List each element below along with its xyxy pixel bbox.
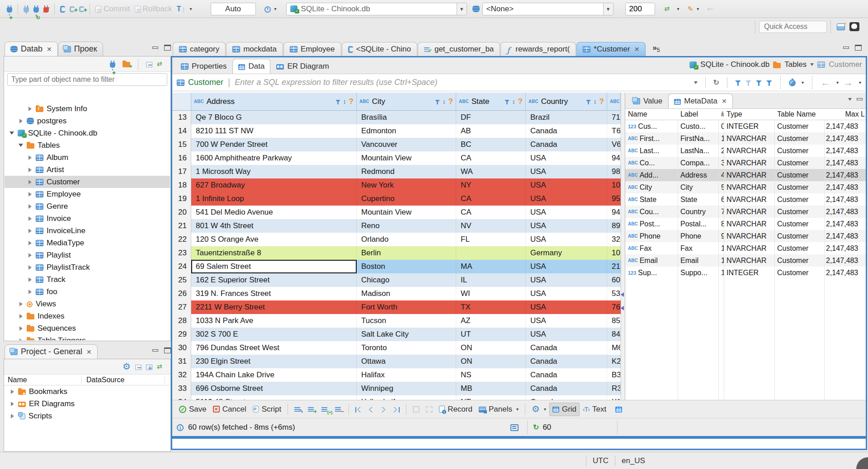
- close-icon[interactable]: ✕: [634, 46, 640, 53]
- chevron-down-icon[interactable]: [810, 63, 814, 66]
- grid-cell[interactable]: 1033 N Park Ave: [191, 314, 357, 328]
- row-number[interactable]: 16: [172, 151, 191, 165]
- maximize-icon[interactable]: [855, 45, 862, 51]
- last-row-button[interactable]: [390, 403, 403, 416]
- fetch-size-input[interactable]: [625, 3, 655, 15]
- grid-cell[interactable]: Yellowknife: [357, 395, 456, 400]
- grid-cell[interactable]: NT: [456, 395, 526, 400]
- grid-cell[interactable]: Tauentzienstraße 8: [191, 246, 357, 260]
- grid-cell[interactable]: Canada: [526, 355, 607, 368]
- column-header-extra[interactable]: ABC: [607, 93, 621, 110]
- grid-cell[interactable]: 1 Infinite Loop: [191, 192, 357, 206]
- grid-cell[interactable]: Germany: [526, 246, 607, 260]
- chevron-right-icon[interactable]: [27, 155, 33, 160]
- grid-cell[interactable]: FL: [456, 233, 526, 246]
- chevron-right-icon[interactable]: [27, 277, 33, 282]
- tab-value[interactable]: Value: [627, 94, 668, 108]
- grid-cell[interactable]: 10: [607, 178, 621, 192]
- row-number[interactable]: 18: [172, 178, 191, 192]
- table-row[interactable]: 17 1 Microsoft Way Redmond WA USA 98: [172, 165, 621, 178]
- chevron-right-icon[interactable]: [27, 229, 33, 233]
- table-row[interactable]: 32 194A Chain Lake Drive Halifax NS Cana…: [172, 368, 621, 382]
- grid-cell[interactable]: Cupertino: [357, 192, 456, 206]
- minimize-icon[interactable]: [843, 45, 849, 51]
- maximize-icon[interactable]: [164, 45, 171, 51]
- grid-cell[interactable]: M6: [607, 341, 621, 355]
- gear-icon[interactable]: [123, 363, 131, 371]
- column-filter-icon[interactable]: [586, 100, 591, 104]
- table-row[interactable]: 20 541 Del Medio Avenue Mountain View CA…: [172, 206, 621, 219]
- tree-item-track[interactable]: Track: [5, 273, 170, 286]
- grid-cell[interactable]: V6: [607, 138, 621, 151]
- panel-column-max-l[interactable]: Max L: [823, 110, 865, 118]
- project-item-er-diagrams[interactable]: ER Diagrams: [4, 398, 170, 410]
- sort-icon[interactable]: ↕: [594, 98, 597, 105]
- tab-er-diagram[interactable]: ER Diagram: [270, 59, 335, 74]
- table-row[interactable]: 31 230 Elgin Street Ottawa ON Canada K2: [172, 355, 621, 368]
- metadata-row-fax[interactable]: ABC Fax Fax 10 NVARCHAR Customer 2,147,4…: [625, 242, 866, 254]
- link-editor-icon[interactable]: [157, 61, 166, 67]
- text-view-button[interactable]: Text: [580, 403, 609, 416]
- metadata-row-lastna[interactable]: ABC Last... LastNa... 2 NVARCHAR Custome…: [625, 145, 866, 157]
- grid-cell[interactable]: Orlando: [357, 233, 456, 246]
- row-number-header[interactable]: [172, 93, 191, 110]
- chevron-right-icon[interactable]: [18, 314, 24, 319]
- chevron-right-icon[interactable]: [27, 192, 33, 197]
- breadcrumb-container[interactable]: Tables: [784, 60, 807, 69]
- tree-item-tables[interactable]: Tables: [5, 139, 170, 151]
- panel-column-name[interactable]: Name: [625, 110, 678, 118]
- row-number[interactable]: 25: [172, 273, 191, 287]
- grid-cell[interactable]: 21: [607, 260, 621, 273]
- grid-cell[interactable]: 319 N. Frances Street: [191, 287, 357, 300]
- grid-cell[interactable]: 796 Dundas Street West: [191, 341, 357, 355]
- tree-item-customer[interactable]: Customer: [5, 176, 170, 188]
- view-menu-icon[interactable]: [848, 98, 852, 101]
- collapse-all-icon[interactable]: [146, 62, 152, 67]
- quick-access-input[interactable]: [759, 21, 827, 33]
- grid-cell[interactable]: NV: [456, 219, 526, 233]
- value-panel-button[interactable]: [612, 403, 625, 416]
- chevron-right-icon[interactable]: [9, 414, 15, 418]
- grid-cell[interactable]: Canada: [526, 382, 607, 395]
- table-row[interactable]: 19 1 Infinite Loop Cupertino CA USA 95: [172, 192, 621, 206]
- editor-tab-category[interactable]: category: [173, 42, 226, 56]
- tree-item-sqlite-chinook-db[interactable]: SQLite - Chinook.db: [5, 127, 170, 139]
- row-number[interactable]: 30: [172, 341, 191, 355]
- reconnect-button[interactable]: [31, 2, 41, 16]
- tree-item-views[interactable]: Views: [5, 298, 170, 310]
- chevron-right-icon[interactable]: [9, 402, 15, 406]
- grid-cell[interactable]: USA: [526, 314, 607, 328]
- grid-cell[interactable]: 69 Salem Street: [191, 260, 357, 273]
- chevron-right-icon[interactable]: [27, 265, 33, 270]
- editor-tab-customer[interactable]: *Customer ✕: [576, 42, 646, 56]
- grid-cell[interactable]: IL: [456, 273, 526, 287]
- grid-cell[interactable]: 94: [607, 206, 621, 219]
- maximize-icon[interactable]: [164, 347, 171, 353]
- grid-cell[interactable]: X1: [607, 395, 621, 400]
- grid-cell[interactable]: 230 Elgin Street: [191, 355, 357, 368]
- tree-item-genre[interactable]: Genre: [5, 200, 170, 212]
- grid-cell[interactable]: 71: [607, 111, 621, 124]
- row-number[interactable]: 13: [172, 111, 191, 124]
- auto-refresh-icon[interactable]: [789, 80, 796, 86]
- row-number[interactable]: 28: [172, 314, 191, 328]
- grid-cell[interactable]: 8210 111 ST NW: [191, 124, 357, 138]
- project-item-scripts[interactable]: Scripts: [4, 410, 170, 422]
- grid-cell[interactable]: 84: [607, 328, 621, 341]
- grid-cell[interactable]: B3: [607, 368, 621, 382]
- commit-mode-combo[interactable]: Auto: [211, 3, 256, 15]
- table-row[interactable]: 27 2211 W Berry Street Fort Worth TX USA…: [172, 300, 621, 314]
- grid-cell[interactable]: Toronto: [357, 341, 456, 355]
- schema-dropdown-button[interactable]: ▼: [603, 3, 613, 15]
- grid-cell[interactable]: 162 E Superior Street: [191, 273, 357, 287]
- chevron-right-icon[interactable]: [27, 241, 33, 245]
- nav-back-icon[interactable]: ←: [821, 77, 830, 89]
- zoom-cell-button[interactable]: [423, 403, 436, 416]
- metadata-row-custo[interactable]: 123 Cus... Custo... 0 INTEGER Customer 2…: [625, 120, 866, 132]
- table-row[interactable]: 26 319 N. Frances Street Madison WI USA …: [172, 287, 621, 300]
- grid-cell[interactable]: USA: [526, 233, 607, 246]
- schema-combo[interactable]: <None> ▼: [482, 3, 613, 15]
- panel-column-table-name[interactable]: Table Name: [774, 110, 823, 118]
- table-row[interactable]: 18 627 Broadway New York NY USA 10: [172, 178, 621, 192]
- editor-tab-employee[interactable]: Employee: [283, 42, 341, 56]
